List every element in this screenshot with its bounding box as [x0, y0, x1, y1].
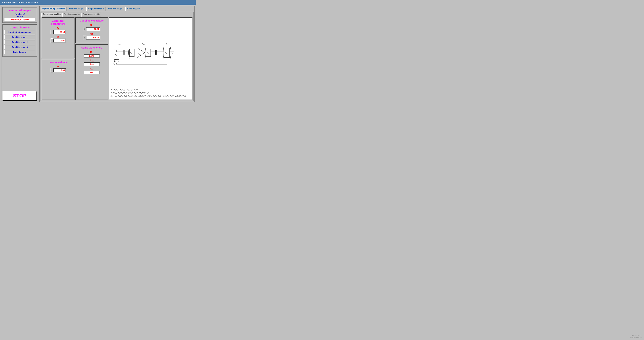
sidebar: Number of stages Number ofstages Single …: [1, 6, 38, 102]
main-container: Number of stages Number ofstages Single …: [0, 4, 196, 103]
svg-text:R01: R01: [146, 51, 149, 54]
svg-text:CG: CG: [118, 43, 120, 46]
cs-input[interactable]: [86, 36, 100, 40]
circuit-svg: CG Au1 Cs Rg ~ eg: [111, 42, 191, 65]
formula-area: Au = u0/eg = (u0/u01) · (u01/ui1) · (ui1…: [111, 88, 191, 98]
svg-text:Rg: Rg: [114, 53, 117, 56]
ri1-input[interactable]: [84, 54, 100, 58]
cs-label: Cs: [90, 33, 93, 35]
formula-line-3: Au = Au1 · Rs/(Rs+R01) · Ri1/(Ri1+Rg) · …: [111, 95, 191, 98]
tab-amp-stage-2[interactable]: Amplifier stage 2: [86, 7, 106, 11]
nav-amplifier-3[interactable]: Amplifier stage 3: [4, 45, 35, 49]
rg-input[interactable]: [53, 30, 66, 34]
control-title: Control buttons: [4, 26, 35, 29]
cg-row: CG ⟨: [77, 24, 106, 31]
svg-text:ui1: ui1: [128, 57, 130, 60]
load-title: Load resistence: [44, 61, 73, 64]
tab-bode[interactable]: Bode diagram: [125, 7, 142, 11]
svg-text:~: ~: [116, 60, 116, 62]
svg-text:Cs: Cs: [166, 43, 168, 46]
nav-input-output[interactable]: Input/output parameters: [4, 30, 35, 34]
svg-text:u0: u0: [171, 51, 173, 54]
control-buttons-section: Control buttons Input/output parameters …: [2, 24, 37, 57]
au1-input[interactable]: [84, 71, 100, 74]
stop-button[interactable]: STOP: [2, 91, 37, 101]
nav-amplifier-2[interactable]: Amplifier stage 2: [4, 40, 35, 44]
generator-box: Generatorparameters Rg ⟨ eg ⟨: [42, 17, 74, 58]
ri1-row: Ri1: [77, 51, 106, 58]
mid-column: Coupling capacitors CG ⟨ Cs ⟨: [75, 17, 108, 100]
rs-row: Rs ⟨: [44, 65, 73, 72]
rg-row: Rg ⟨: [44, 27, 73, 34]
rs-input[interactable]: [53, 68, 66, 72]
eg-input[interactable]: [53, 38, 66, 42]
rg-spinner[interactable]: ⟨: [50, 30, 53, 34]
ro1-row: Ro1: [77, 59, 106, 66]
eg-spinner[interactable]: ⟨: [50, 38, 53, 43]
coupling-box: Coupling capacitors CG ⟨ Cs ⟨: [75, 17, 108, 43]
coupling-title: Coupling capacitors: [77, 19, 106, 22]
svg-text:Rs: Rs: [165, 51, 167, 54]
content-area: Input/output parameters Amplifier stage …: [40, 6, 194, 102]
load-box: Load resistence Rs ⟨: [42, 59, 74, 100]
cg-input[interactable]: [86, 27, 100, 31]
circuit-diagram-area: CG Au1 Cs Rg ~ eg: [109, 17, 192, 100]
nav-amplifier-1[interactable]: Amplifier stage 1: [4, 35, 35, 39]
stage-box: Stage parameters Ri1 Ro1 Au1: [75, 44, 108, 100]
stages-title: Number of stages: [4, 9, 35, 12]
subtab-three[interactable]: Three stages amplifier: [82, 13, 102, 17]
ro1-input[interactable]: [84, 62, 100, 66]
number-of-stages-section: Number of stages Number ofstages Single …: [2, 7, 37, 23]
rs-label: Rs: [57, 65, 60, 68]
svg-text:eg: eg: [113, 62, 115, 65]
stage-title: Stage parameters: [77, 46, 106, 49]
tab-amp-stage-3[interactable]: Amplifier stage 3: [106, 7, 125, 11]
stages-value[interactable]: Single stage amplifier: [4, 18, 35, 21]
tab-input-output[interactable]: Input/output parameters: [40, 7, 67, 11]
eg-label: eg: [57, 35, 59, 38]
nav-bode[interactable]: Bode diagram: [4, 50, 35, 54]
rs-spinner[interactable]: ⟨: [50, 68, 53, 72]
formula-line-1: Au = u0/eg = (u0/u01) · (u01/ui1) · (ui1…: [111, 88, 191, 91]
title-bar: Amplifier with bipolar transistors: [0, 0, 196, 4]
tab-amp-stage-1[interactable]: Amplifier stage 1: [67, 7, 86, 11]
formula-line-2: Au = Au1 · Rs/(Rs+R01+1/jωCs) · Ri1/(Ri1…: [111, 91, 191, 94]
stages-sublabel: Number ofstages: [4, 13, 35, 17]
params-layout: Generatorparameters Rg ⟨ eg ⟨: [41, 17, 193, 101]
svg-text:Ri1: Ri1: [130, 51, 132, 54]
au1-label: Au1: [90, 67, 94, 70]
sub-tab-bar: Single stage amplifier Two stages amplif…: [41, 12, 193, 17]
rg-label: Rg: [57, 27, 60, 29]
subtab-two[interactable]: Two stages amplifier: [62, 13, 81, 17]
svg-text:Au1: Au1: [142, 43, 145, 46]
eg-row: eg ⟨: [44, 35, 73, 43]
svg-text:u01: u01: [138, 52, 140, 55]
cg-label: CG: [90, 24, 93, 27]
au1-row: Au1: [77, 67, 106, 74]
subtab-single[interactable]: Single stage amplifier: [42, 13, 62, 17]
app-title: Amplifier with bipolar transistors: [2, 1, 38, 4]
cs-row: Cs ⟨: [77, 33, 106, 40]
cs-spinner[interactable]: ⟨: [83, 35, 86, 40]
main-tab-bar: Input/output parameters Amplifier stage …: [40, 6, 194, 11]
left-column: Generatorparameters Rg ⟨ eg ⟨: [42, 17, 74, 100]
cg-spinner[interactable]: ⟨: [83, 27, 86, 31]
circuit-svg-container: CG Au1 Cs Rg ~ eg: [111, 19, 191, 88]
ri1-label: Ri1: [90, 51, 93, 54]
inner-content: Single stage amplifier Two stages amplif…: [40, 12, 194, 101]
generator-title: Generatorparameters: [44, 19, 73, 25]
ro1-label: Ro1: [90, 59, 94, 62]
